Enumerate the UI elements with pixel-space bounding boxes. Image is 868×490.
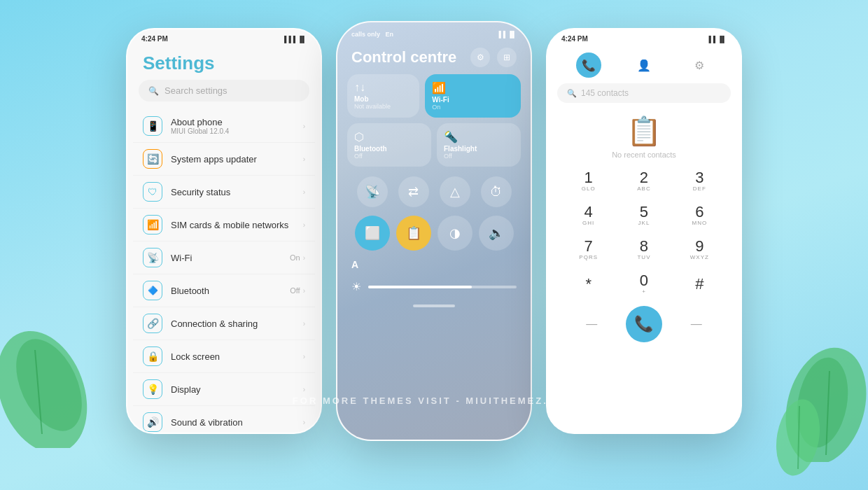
brightness-fill	[368, 286, 472, 288]
dial-key-2[interactable]: 2 ABC	[617, 164, 671, 197]
settings-item-sim[interactable]: 📶 SIM cards & mobile networks ›	[133, 209, 315, 241]
settings-status-time: 4:24 PM	[141, 35, 168, 43]
location-icon[interactable]: △	[440, 176, 470, 207]
tab-more[interactable]: ⚙	[687, 52, 712, 78]
call-button[interactable]: 📞	[626, 306, 662, 342]
security-content: Security status	[171, 187, 303, 197]
brightness-row: ☀	[337, 274, 531, 299]
control-status-bar: calls only En ▐▐ ▐▌	[337, 22, 531, 41]
settings-item-sound[interactable]: 🔊 Sound & vibration ›	[133, 406, 315, 434]
brightness-bar[interactable]	[368, 286, 517, 288]
no-contacts-text: No recent contacts	[612, 150, 676, 159]
sound-label: Sound & vibration	[171, 417, 303, 428]
phone-settings: 4:24 PM ▐▐▐ ▐▌ Settings 🔍 Search setting…	[126, 28, 322, 434]
lock-content: Lock screen	[171, 351, 303, 362]
mobile-data-label: Mob	[354, 95, 369, 103]
settings-item-bluetooth[interactable]: 🔷 Bluetooth Off ›	[133, 274, 315, 307]
dialer-tabs: 📞 👤 ⚙	[547, 46, 741, 83]
dial-key-9[interactable]: 9 WXYZ	[673, 233, 727, 266]
mobile-data-tile[interactable]: ↑↓ Mob Not available	[347, 74, 419, 118]
clipboard-icon[interactable]: 📋	[396, 216, 431, 251]
sound-arrow: ›	[303, 419, 305, 426]
settings-item-display[interactable]: 💡 Display ›	[133, 373, 315, 406]
dial-key-8[interactable]: 8 TUV	[617, 233, 671, 266]
wifi-icon: 📡	[143, 248, 162, 267]
control-status-icons: ▐▐ ▐▌	[496, 31, 517, 38]
lock-icon: 🔒	[143, 346, 162, 366]
dial-letters-7: PQRS	[579, 254, 598, 260]
system-apps-label: System apps updater	[171, 154, 303, 164]
screenshot-icon[interactable]: ⬜	[355, 216, 390, 251]
settings-item-about-phone[interactable]: 📱 About phone MIUI Global 12.0.4 ›	[133, 110, 315, 143]
flashlight-label: Flashlight	[444, 145, 477, 153]
settings-item-system-apps[interactable]: 🔄 System apps updater ›	[133, 143, 315, 176]
system-apps-arrow: ›	[303, 155, 305, 163]
mobile-data-sublabel: Not available	[354, 103, 391, 110]
control-title: Control centre	[351, 48, 456, 66]
no-contacts-area: 📋 No recent contacts	[547, 108, 741, 164]
control-grid-icon[interactable]: ⊞	[497, 48, 517, 67]
display-arrow: ›	[303, 386, 305, 393]
settings-search-bar[interactable]: 🔍 Search settings	[139, 80, 309, 102]
sim-icon: 📶	[143, 215, 162, 234]
settings-item-security[interactable]: 🛡 Security status ›	[133, 176, 315, 209]
dial-num-4: 4	[584, 204, 593, 220]
about-phone-label: About phone	[171, 117, 303, 127]
tab-phone[interactable]: 📞	[576, 52, 601, 78]
contrast-icon[interactable]: ◑	[438, 216, 472, 251]
hotspot-icon[interactable]: 📡	[357, 176, 388, 207]
flashlight-tile[interactable]: 🔦 Flashlight Off	[437, 123, 521, 167]
dial-num-6: 6	[695, 204, 704, 220]
contacts-search-bar[interactable]: 🔍 145 contacts	[557, 83, 731, 103]
dial-num-1: 1	[584, 170, 593, 186]
about-phone-icon: 📱	[143, 116, 162, 136]
dial-key-3[interactable]: 3 DEF	[673, 164, 727, 197]
dial-key-7[interactable]: 7 PQRS	[561, 233, 615, 266]
settings-title: Settings	[127, 46, 321, 80]
battery-icon: ▐▌	[298, 36, 307, 43]
control-settings-icon[interactable]: ⚙	[470, 48, 490, 67]
dial-key-6[interactable]: 6 MNO	[673, 199, 727, 232]
settings-item-connection[interactable]: 🔗 Connection & sharing ›	[133, 307, 315, 340]
mute-icon[interactable]: 🔈	[479, 216, 514, 251]
tab-contacts[interactable]: 👤	[631, 52, 657, 78]
transfer-icon[interactable]: ⇄	[398, 176, 429, 207]
dial-key-0[interactable]: 0 +	[617, 267, 671, 300]
dial-key-hash[interactable]: #	[673, 267, 727, 300]
dial-key-star[interactable]: *	[561, 267, 615, 300]
dialer-signal-icon: ▐▐	[706, 36, 715, 43]
phones-container: 4:24 PM ▐▐▐ ▐▌ Settings 🔍 Search setting…	[0, 0, 868, 462]
dial-num-0: 0	[640, 273, 648, 288]
settings-menu-list: 📱 About phone MIUI Global 12.0.4 › 🔄 Sys…	[127, 110, 321, 434]
system-apps-content: System apps updater	[171, 154, 303, 164]
dial-letters-5: JKL	[638, 220, 650, 226]
control-tiles-row2: ⬡ Bluetooth Off 🔦 Flashlight Off	[337, 120, 531, 172]
bluetooth-content: Bluetooth	[171, 286, 290, 296]
contacts-count: 145 contacts	[581, 88, 629, 98]
lock-label: Lock screen	[171, 351, 303, 362]
display-icon: 💡	[143, 379, 162, 399]
search-placeholder: Search settings	[164, 85, 227, 96]
settings-item-lock[interactable]: 🔒 Lock screen ›	[133, 340, 315, 373]
dial-key-5[interactable]: 5 JKL	[617, 199, 671, 232]
dial-key-4[interactable]: 4 GHI	[561, 199, 615, 232]
signal-icon: ▐▐▐	[282, 36, 295, 43]
connection-label: Connection & sharing	[171, 318, 303, 329]
timer-icon[interactable]: ⏱	[481, 176, 512, 207]
dial-letters-2: ABC	[637, 186, 650, 192]
security-label: Security status	[171, 187, 303, 197]
control-battery-icon: ▐▌	[507, 31, 517, 38]
sim-label: SIM cards & mobile networks	[171, 220, 303, 230]
bluetooth-arrow: ›	[303, 287, 305, 295]
dial-key-1[interactable]: 1 GLO	[561, 164, 615, 197]
mobile-data-icon: ↑↓	[354, 81, 365, 94]
sound-icon: 🔊	[143, 412, 162, 432]
search-icon: 🔍	[148, 86, 159, 96]
wifi-tile[interactable]: 📶 Wi-Fi On	[425, 74, 521, 118]
security-icon: 🛡	[143, 182, 162, 202]
dial-num-2: 2	[640, 170, 648, 186]
dial-num-3: 3	[695, 170, 704, 186]
bluetooth-tile[interactable]: ⬡ Bluetooth Off	[347, 123, 431, 167]
settings-item-wifi[interactable]: 📡 Wi-Fi On ›	[133, 241, 315, 274]
display-content: Display	[171, 384, 303, 395]
